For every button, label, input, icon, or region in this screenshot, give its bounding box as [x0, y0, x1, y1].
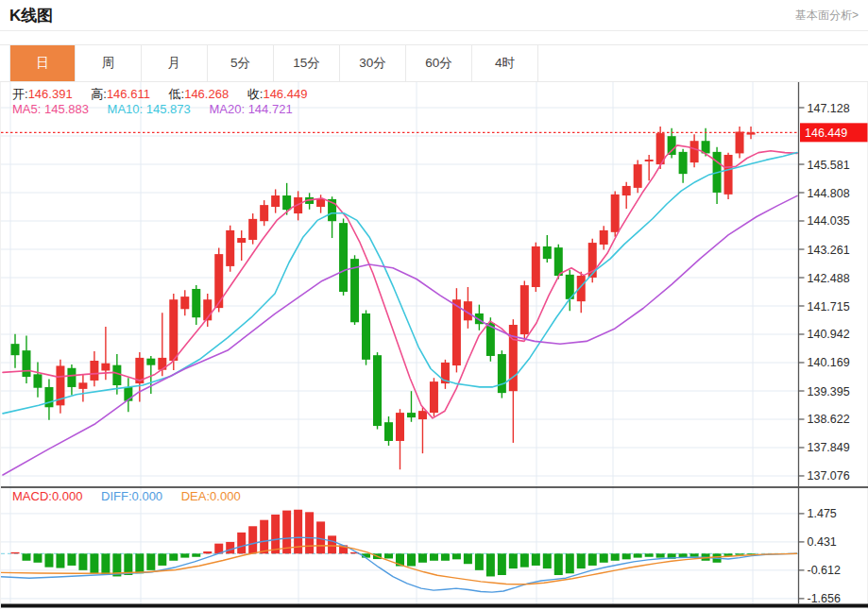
candle[interactable] — [316, 195, 325, 212]
macd-bar[interactable] — [441, 553, 450, 560]
candle[interactable] — [192, 285, 200, 325]
macd-bar[interactable] — [248, 526, 257, 553]
macd-bar[interactable] — [566, 553, 574, 573]
candle[interactable] — [226, 226, 234, 272]
macd-bar[interactable] — [520, 553, 529, 567]
macd-bar[interactable] — [452, 553, 461, 559]
tab-15min[interactable]: 15分 — [274, 45, 340, 81]
tab-4hour[interactable]: 4时 — [472, 45, 538, 81]
macd-bar[interactable] — [33, 553, 42, 562]
candle[interactable] — [418, 407, 427, 453]
macd-bar[interactable] — [577, 553, 586, 568]
tab-60min[interactable]: 60分 — [406, 45, 472, 81]
candle[interactable] — [22, 336, 30, 383]
macd-bar[interactable] — [430, 553, 438, 560]
candle[interactable] — [622, 182, 631, 209]
candle[interactable] — [396, 409, 404, 469]
candle[interactable] — [520, 280, 529, 339]
candle[interactable] — [452, 288, 461, 372]
macd-bar[interactable] — [260, 520, 268, 554]
macd-bar[interactable] — [600, 553, 608, 562]
macd-bar[interactable] — [509, 553, 518, 568]
macd-bar[interactable] — [498, 553, 506, 575]
macd-bar[interactable] — [11, 552, 20, 553]
macd-bar[interactable] — [543, 553, 552, 568]
candle[interactable] — [78, 374, 87, 401]
macd-bar[interactable] — [464, 553, 472, 564]
candle[interactable] — [350, 255, 359, 325]
candle[interactable] — [600, 226, 608, 249]
candle[interactable] — [124, 378, 132, 412]
macd-bar[interactable] — [271, 515, 280, 553]
tab-30min[interactable]: 30分 — [340, 45, 406, 81]
candle[interactable] — [498, 350, 506, 398]
candle[interactable] — [554, 245, 563, 280]
candle[interactable] — [577, 272, 586, 313]
candle[interactable] — [611, 191, 620, 236]
macd-bar[interactable] — [78, 553, 87, 570]
macd-bar[interactable] — [634, 553, 642, 557]
candle[interactable] — [543, 235, 552, 263]
macd-bar[interactable] — [146, 553, 155, 570]
candle[interactable] — [362, 310, 370, 364]
macd-bar[interactable] — [475, 553, 484, 570]
candle[interactable] — [679, 149, 688, 183]
macd-bar[interactable] — [532, 553, 540, 566]
macd-bar[interactable] — [56, 553, 64, 568]
macd-bar[interactable] — [554, 553, 563, 575]
macd-bar[interactable] — [237, 533, 246, 553]
macd-bar[interactable] — [588, 553, 597, 566]
candle[interactable] — [532, 243, 540, 292]
macd-bar[interactable] — [384, 553, 393, 558]
macd-bar[interactable] — [645, 553, 654, 556]
macd-bar[interactable] — [124, 553, 132, 575]
macd-bar[interactable] — [203, 551, 212, 553]
macd-bar[interactable] — [226, 542, 234, 553]
macd-bar[interactable] — [622, 553, 631, 559]
candle[interactable] — [441, 360, 450, 389]
macd-bar[interactable] — [656, 553, 665, 557]
candle[interactable] — [724, 153, 733, 199]
kline-chart-svg[interactable]: 147.128145.581144.808144.035143.261142.4… — [1, 82, 868, 609]
tab-month[interactable]: 月 — [142, 45, 208, 81]
candle[interactable] — [384, 416, 393, 446]
macd-bar[interactable] — [328, 535, 336, 553]
candle[interactable] — [180, 290, 189, 315]
candle[interactable] — [248, 213, 257, 245]
candle[interactable] — [237, 230, 246, 261]
macd-bar[interactable] — [135, 553, 144, 573]
candle[interactable] — [373, 352, 382, 429]
macd-bar[interactable] — [611, 553, 620, 560]
candle[interactable] — [407, 391, 416, 422]
macd-bar[interactable] — [180, 553, 189, 557]
macd-bar[interactable] — [22, 553, 30, 560]
macd-bar[interactable] — [169, 553, 178, 560]
tab-5min[interactable]: 5分 — [208, 45, 274, 81]
macd-bar[interactable] — [101, 553, 110, 575]
macd-bar[interactable] — [690, 553, 699, 556]
macd-bar[interactable] — [418, 553, 427, 562]
candle[interactable] — [56, 360, 64, 414]
macd-bar[interactable] — [90, 553, 98, 573]
candle[interactable] — [44, 379, 53, 419]
candle[interactable] — [634, 160, 642, 193]
macd-bar[interactable] — [486, 553, 495, 576]
macd-bar[interactable] — [67, 553, 76, 566]
tab-day[interactable]: 日 — [9, 45, 76, 81]
candle[interactable] — [260, 200, 268, 226]
macd-bar[interactable] — [305, 512, 314, 553]
tab-week[interactable]: 周 — [76, 45, 142, 81]
fundamental-analysis-link[interactable]: 基本面分析> — [795, 8, 859, 24]
chart-area[interactable]: 147.128145.581144.808144.035143.261142.4… — [0, 82, 868, 609]
macd-bar[interactable] — [44, 553, 53, 567]
candle[interactable] — [430, 378, 438, 416]
candle[interactable] — [566, 270, 574, 311]
candle[interactable] — [339, 218, 348, 295]
candle[interactable] — [645, 155, 654, 180]
macd-bar[interactable] — [192, 553, 200, 556]
macd-bar[interactable] — [736, 553, 744, 554]
candle[interactable] — [464, 287, 472, 329]
candle[interactable] — [713, 147, 722, 204]
candle[interactable] — [33, 363, 42, 398]
candle[interactable] — [736, 127, 744, 158]
